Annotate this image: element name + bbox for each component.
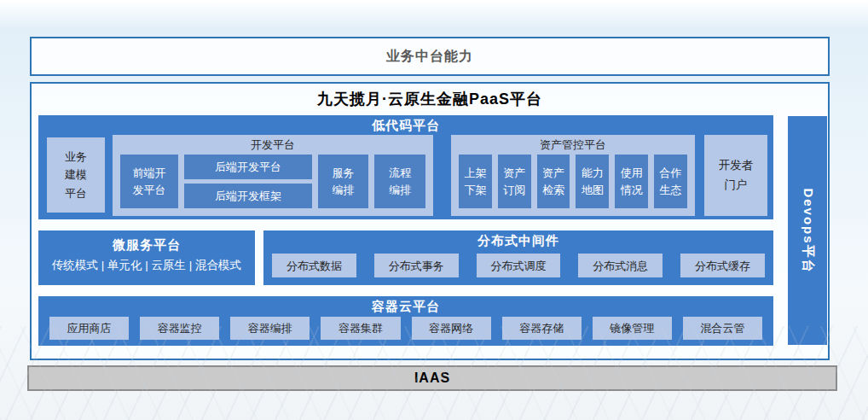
group-asset-control-platform: 资产管控平台 上架 下架 资产 订阅 资产 检索 能力 地图 使用 情况 合作 …: [451, 135, 695, 216]
box-container-orchestration: 容器编排: [230, 317, 310, 340]
box-backend-dev-platform: 后端开发平台: [184, 155, 312, 179]
section-devops-platform: Devops平台: [788, 116, 827, 345]
box-app-store: 应用商店: [49, 317, 129, 340]
section-lowcode-platform: 低代码平台 业务 建模 平台 开发平台 前端开 发平台 后端开发平台 后端开发框…: [38, 115, 773, 219]
iaas-label: IAAS: [414, 370, 450, 386]
paas-platform-box: 九天揽月·云原生金融PaaS平台 低代码平台 业务 建模 平台 开发平台 前端开…: [30, 82, 830, 360]
box-backend-dev-framework: 后端开发框架: [184, 184, 312, 208]
box-business-modeling-platform: 业务 建模 平台: [47, 137, 105, 213]
banner-business-midplatform: 业务中台能力: [30, 37, 830, 76]
box-usage-status: 使用 情况: [615, 155, 648, 208]
box-asset-onoff-shelf: 上架 下架: [459, 155, 492, 208]
box-service-orchestration: 服务 编排: [318, 155, 369, 208]
container-cloud-row: 应用商店 容器监控 容器编排 容器集群 容器网络 容器存储 镜像管理 混合云管: [49, 317, 762, 340]
group-backend-stack: 后端开发平台 后端开发框架: [184, 155, 312, 208]
group-asset-control-title: 资产管控平台: [451, 135, 695, 153]
box-container-monitoring: 容器监控: [140, 317, 219, 340]
section-distributed-middleware: 分布式中间件 分布式数据 分布式事务 分布式调度 分布式消息 分布式缓存: [263, 230, 773, 285]
box-distributed-message: 分布式消息: [578, 254, 663, 277]
box-capability-map: 能力 地图: [576, 155, 609, 208]
box-distributed-cache: 分布式缓存: [680, 254, 765, 277]
middleware-row: 分布式数据 分布式事务 分布式调度 分布式消息 分布式缓存: [272, 254, 765, 277]
group-dev-platform: 开发平台 前端开 发平台 后端开发平台 后端开发框架 服务 编排 流程 编排: [113, 135, 433, 216]
box-asset-subscription: 资产 订阅: [498, 155, 531, 208]
section-lowcode-title: 低代码平台: [38, 118, 773, 134]
section-devops-title: Devops平台: [800, 188, 816, 273]
box-frontend-dev-platform: 前端开 发平台: [120, 155, 178, 208]
group-dev-platform-row: 前端开 发平台 后端开发平台 后端开发框架 服务 编排 流程 编排: [113, 153, 433, 216]
section-microservice-title: 微服务平台: [38, 230, 255, 254]
microservice-modes: 传统模式 | 单元化 | 云原生 | 混合模式: [38, 254, 255, 273]
box-hybrid-cloud-management: 混合云管: [683, 317, 762, 340]
box-container-storage: 容器存储: [502, 317, 582, 340]
box-distributed-data: 分布式数据: [272, 254, 356, 277]
box-image-management: 镜像管理: [593, 317, 672, 340]
section-middleware-title: 分布式中间件: [263, 233, 773, 249]
group-dev-platform-title: 开发平台: [113, 135, 433, 153]
box-distributed-transaction: 分布式事务: [374, 254, 459, 277]
box-container-network: 容器网络: [412, 317, 491, 340]
box-container-cluster: 容器集群: [321, 317, 400, 340]
box-distributed-scheduling: 分布式调度: [477, 254, 561, 277]
section-microservice-platform: 微服务平台 传统模式 | 单元化 | 云原生 | 混合模式: [38, 230, 255, 285]
box-process-orchestration: 流程 编排: [374, 155, 425, 208]
banner-business-midplatform-label: 业务中台能力: [386, 48, 473, 66]
paas-platform-title: 九天揽月·云原生金融PaaS平台: [32, 89, 828, 109]
box-developer-portal: 开发者 门户: [704, 135, 767, 216]
box-cooperation-ecosystem: 合作 生态: [654, 155, 687, 208]
group-asset-control-row: 上架 下架 资产 订阅 资产 检索 能力 地图 使用 情况 合作 生态: [451, 153, 695, 216]
iaas-bar: IAAS: [27, 365, 837, 391]
box-asset-search: 资产 检索: [537, 155, 570, 208]
section-container-cloud-platform: 容器云平台 应用商店 容器监控 容器编排 容器集群 容器网络 容器存储 镜像管理…: [38, 296, 773, 346]
section-container-cloud-title: 容器云平台: [38, 299, 773, 315]
architecture-diagram: 业务中台能力 九天揽月·云原生金融PaaS平台 低代码平台 业务 建模 平台 开…: [0, 0, 868, 420]
